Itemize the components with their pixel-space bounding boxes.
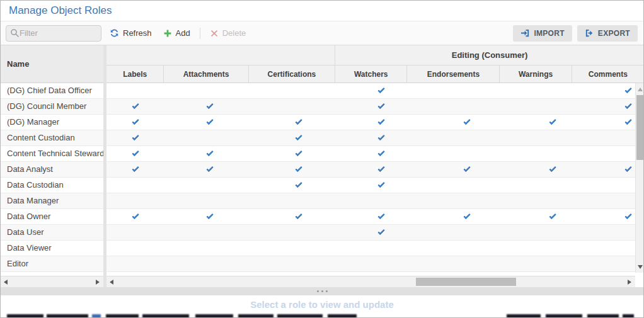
check-icon (549, 165, 556, 173)
check-cell (420, 193, 516, 208)
check-icon (132, 165, 139, 173)
check-icon (377, 86, 385, 94)
role-row-name[interactable]: Editor (1, 256, 103, 272)
column-header-endorsements[interactable]: Endorsements (407, 65, 500, 82)
check-icon (377, 133, 385, 141)
check-icon (206, 212, 214, 220)
check-cell (166, 193, 255, 208)
check-cell (166, 146, 255, 161)
check-cell (166, 209, 255, 224)
export-button[interactable]: EXPORT (577, 25, 638, 42)
check-icon (377, 181, 385, 188)
vertical-scrollbar[interactable] (635, 83, 644, 273)
check-icon (377, 165, 385, 173)
titlebar: Manage Object Roles (1, 1, 643, 21)
scroll-right-arrow-icon[interactable] (96, 280, 100, 285)
check-cell (255, 256, 345, 271)
delete-x-icon (210, 29, 219, 38)
check-cell (345, 162, 420, 177)
check-icon (295, 133, 302, 141)
check-cell (106, 83, 166, 98)
check-cell (345, 146, 420, 161)
check-cell (516, 146, 591, 161)
export-icon (585, 28, 594, 38)
role-row-checks[interactable] (106, 178, 644, 193)
check-cell (106, 225, 166, 240)
filter-box (6, 25, 101, 42)
check-icon (295, 149, 302, 157)
scroll-left-arrow-icon[interactable] (110, 280, 113, 285)
scroll-up-arrow-icon[interactable] (638, 88, 643, 91)
check-cell (420, 209, 516, 224)
partial-row-check-icon (377, 272, 388, 275)
role-row-checks[interactable] (106, 99, 644, 115)
check-icon (463, 165, 471, 173)
horizontal-scrollbar-thumb[interactable] (416, 278, 516, 286)
check-cell (106, 178, 166, 193)
check-cell (166, 225, 255, 240)
check-icon (377, 102, 385, 110)
role-row-checks[interactable] (106, 241, 644, 256)
role-row-checks[interactable] (106, 256, 644, 272)
role-row-checks[interactable] (106, 209, 644, 225)
add-button[interactable]: Add (163, 28, 190, 38)
check-icon (206, 165, 214, 173)
column-header-comments[interactable]: Comments (572, 65, 644, 82)
role-row-name[interactable]: (DG) Manager (1, 115, 103, 130)
role-row-name[interactable]: Data Manager (1, 193, 103, 209)
check-cell (106, 241, 166, 256)
role-row-name[interactable]: Content Technical Steward (1, 146, 103, 162)
check-icon (206, 149, 214, 157)
import-button[interactable]: IMPORT (513, 25, 572, 42)
column-header-labels[interactable]: Labels (106, 65, 164, 82)
role-row-name[interactable]: Data Owner (1, 209, 103, 225)
check-cell (106, 130, 166, 145)
role-row-name[interactable]: Data User (1, 225, 103, 241)
check-icon (377, 118, 385, 125)
role-row-checks[interactable] (106, 193, 644, 209)
check-cell (255, 130, 345, 145)
refresh-button[interactable]: Refresh (110, 28, 152, 38)
column-header-watchers[interactable]: Watchers (335, 65, 407, 82)
role-row-checks[interactable] (106, 83, 644, 99)
role-row-name[interactable]: Data Viewer (1, 241, 103, 256)
scroll-right-arrow-icon[interactable] (628, 280, 631, 285)
filter-input[interactable] (20, 28, 97, 38)
role-row-name[interactable]: (DG) Chief Data Officer (1, 83, 103, 99)
grid-header: Editing (Consumer) LabelsAttachmentsCert… (106, 45, 644, 83)
vertical-scrollbar-thumb[interactable] (636, 95, 643, 160)
scroll-left-arrow-icon[interactable] (4, 280, 8, 285)
panel-resize-handle[interactable] (1, 287, 643, 295)
check-cell (166, 99, 255, 114)
name-panel-horizontal-scrollbar[interactable] (1, 276, 103, 287)
check-cell (420, 146, 516, 161)
check-cell (255, 162, 345, 177)
check-cell (516, 115, 591, 130)
role-row-checks[interactable] (106, 115, 644, 130)
role-row-checks[interactable] (106, 146, 644, 162)
check-cell (255, 83, 345, 98)
role-row-checks[interactable] (106, 225, 644, 241)
add-label: Add (176, 28, 190, 38)
column-header-warnings[interactable]: Warnings (500, 65, 572, 82)
empty-state-message: Select a role to view and update (1, 295, 643, 313)
check-icon (132, 212, 139, 220)
grid-horizontal-scrollbar[interactable] (106, 276, 635, 287)
check-cell (420, 130, 516, 145)
check-icon (206, 118, 214, 125)
scroll-down-arrow-icon[interactable] (638, 265, 643, 269)
delete-button[interactable]: Delete (210, 28, 246, 38)
role-row-checks[interactable] (106, 130, 644, 146)
role-row-name[interactable]: (DG) Council Member (1, 99, 103, 115)
check-cell (255, 115, 345, 130)
role-row-name[interactable]: Data Analyst (1, 162, 103, 178)
role-row-name[interactable]: Content Custodian (1, 130, 103, 146)
check-cell (516, 209, 591, 224)
column-header-attachments[interactable]: Attachments (164, 65, 248, 82)
check-cell (345, 83, 420, 98)
role-row-checks[interactable] (106, 162, 644, 178)
column-header-certifications[interactable]: Certifications (249, 65, 335, 82)
role-row-name[interactable]: Data Custodian (1, 178, 103, 193)
check-cell (345, 241, 420, 256)
check-cell (420, 225, 516, 240)
